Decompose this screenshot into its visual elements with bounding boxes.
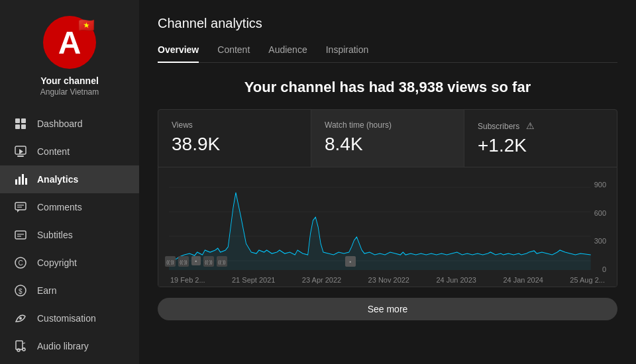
stat-views-value: 38.9K (172, 134, 220, 155)
dashboard-label: Dashboard (37, 118, 83, 129)
svg-rect-23 (16, 341, 23, 349)
svg-text:$: $ (19, 288, 23, 295)
marker-3: ▪ (191, 256, 201, 265)
tabs: Overview Content Audience Inspiration (158, 44, 617, 63)
stat-subscribers[interactable]: Subscribers ⚠ +1.2K (464, 110, 617, 167)
svg-rect-10 (25, 178, 27, 185)
x-label-3: 23 Apr 2022 (302, 276, 341, 284)
sidebar-item-subtitles[interactable]: Subtitles (0, 221, 139, 249)
y-label-300: 300 (594, 237, 606, 245)
stat-views[interactable]: Views 38.9K (158, 110, 311, 167)
stat-watchtime-value: 8.4K (325, 134, 363, 155)
svg-rect-7 (15, 179, 17, 185)
channel-name: Your channel (40, 75, 99, 86)
marker-4: ((·)) (203, 256, 214, 267)
x-label-2: 21 Sept 2021 (232, 276, 275, 284)
earn-icon: $ (13, 283, 28, 298)
svg-rect-11 (15, 203, 26, 210)
svg-point-24 (17, 349, 20, 351)
svg-rect-0 (15, 118, 20, 123)
stats-row: Views 38.9K Watch time (hours) 8.4K Subs… (158, 110, 617, 167)
x-label-1: 19 Feb 2... (170, 276, 205, 284)
chart-y-labels: 900 600 300 0 (594, 181, 606, 273)
customisation-label: Customisation (37, 313, 96, 324)
svg-rect-9 (22, 174, 24, 185)
sidebar-item-dashboard[interactable]: Dashboard (0, 110, 139, 138)
sidebar-item-audio-library[interactable]: Audio library (0, 332, 139, 360)
analytics-label: Analytics (37, 174, 78, 185)
channel-sub: Angular Vietnam (40, 87, 99, 97)
stat-watchtime-label: Watch time (hours) (325, 120, 392, 130)
sidebar-item-earn[interactable]: $ Earn (0, 277, 139, 304)
x-label-5: 24 Jun 2023 (436, 276, 476, 284)
svg-rect-8 (19, 177, 21, 185)
sidebar-item-analytics[interactable]: Analytics (0, 165, 139, 193)
copyright-label: Copyright (37, 257, 77, 268)
svg-text:C: C (19, 259, 23, 267)
comments-label: Comments (37, 202, 82, 212)
dashboard-icon (13, 116, 28, 131)
svg-rect-6 (17, 156, 24, 157)
sidebar-item-copyright[interactable]: C Copyright (0, 249, 139, 277)
x-label-7: 25 Aug 2... (570, 276, 605, 284)
marker-1: ((·)) (165, 256, 176, 267)
chart-area: 900 600 300 0 ((·)) ((·)) ▪ (158, 167, 617, 287)
see-more-button[interactable]: See more (158, 298, 617, 320)
main-content: Channel analytics Overview Content Audie… (139, 0, 636, 364)
channel-avatar: A 🇻🇳 (43, 16, 96, 69)
x-label-4: 23 Nov 2022 (368, 276, 409, 284)
customisation-icon (13, 311, 28, 326)
comments-icon (13, 200, 28, 214)
chart-x-labels: 19 Feb 2... 21 Sept 2021 23 Apr 2022 23 … (169, 276, 606, 284)
tab-overview[interactable]: Overview (158, 44, 199, 63)
sidebar-item-content[interactable]: Content (0, 138, 139, 165)
copyright-icon: C (13, 255, 28, 270)
subtitles-icon (13, 228, 28, 242)
tab-content[interactable]: Content (217, 44, 250, 63)
content-icon (13, 144, 28, 159)
audio-library-icon (13, 339, 28, 353)
svg-rect-3 (21, 124, 26, 129)
svg-marker-5 (19, 149, 23, 154)
summary-heading: Your channel has had 38,938 views so far (158, 79, 617, 96)
svg-rect-1 (21, 118, 26, 123)
stat-subscribers-value: +1.2K (478, 135, 527, 156)
page-title: Channel analytics (158, 16, 617, 31)
y-label-600: 600 (594, 209, 606, 217)
marker-5: ((·)) (217, 256, 227, 267)
stat-watchtime[interactable]: Watch time (hours) 8.4K (311, 110, 464, 167)
markers-row: ((·)) ((·)) ▪ ((·)) ((·)) ▪ (164, 256, 357, 267)
svg-rect-2 (15, 124, 20, 129)
marker-2: ((·)) (178, 256, 189, 267)
sidebar: A 🇻🇳 Your channel Angular Vietnam Dashbo… (0, 0, 139, 364)
marker-6: ▪ (345, 256, 356, 267)
audio-library-label: Audio library (37, 341, 89, 351)
stats-panel: Views 38.9K Watch time (hours) 8.4K Subs… (158, 109, 617, 287)
sidebar-item-comments[interactable]: Comments (0, 193, 139, 221)
y-label-0: 0 (594, 265, 606, 273)
x-label-6: 24 Jan 2024 (503, 276, 543, 284)
svg-point-22 (19, 317, 22, 320)
tab-inspiration[interactable]: Inspiration (326, 44, 369, 63)
stat-views-label: Views (172, 120, 193, 130)
stat-subscribers-label: Subscribers ⚠ (478, 120, 535, 131)
earn-label: Earn (37, 285, 57, 296)
subscribers-warn-icon: ⚠ (526, 120, 535, 131)
sidebar-item-customisation[interactable]: Customisation (0, 304, 139, 332)
content-label: Content (37, 146, 70, 157)
svg-rect-15 (15, 231, 26, 239)
analytics-icon (13, 172, 28, 187)
tab-audience[interactable]: Audience (268, 44, 307, 63)
flag-icon: 🇻🇳 (78, 17, 95, 33)
subtitles-label: Subtitles (37, 230, 73, 240)
y-label-900: 900 (594, 181, 606, 189)
